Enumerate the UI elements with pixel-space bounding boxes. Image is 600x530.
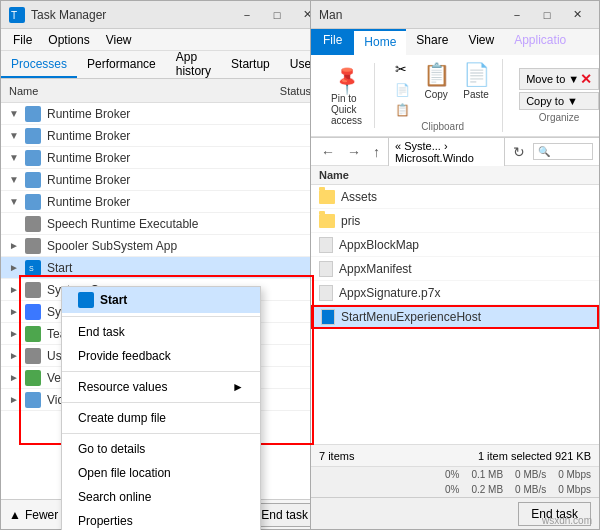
process-name: Runtime Broker xyxy=(47,173,321,187)
svg-rect-2 xyxy=(27,108,39,120)
exp-window-controls: − □ ✕ xyxy=(503,5,591,25)
ctx-separator xyxy=(62,433,260,434)
list-item[interactable]: ▼ Runtime Broker xyxy=(1,147,329,169)
ctx-dump[interactable]: Create dump file xyxy=(62,406,260,430)
file-row[interactable]: pris xyxy=(311,209,599,233)
move-to-button[interactable]: Move to ▼ ✕ xyxy=(519,68,599,90)
minimize-button[interactable]: − xyxy=(233,5,261,25)
context-menu: Start End task Provide feedback Resource… xyxy=(61,286,261,530)
status-column-header: Status xyxy=(280,85,311,97)
ribbon-tab-share[interactable]: Share xyxy=(406,29,458,55)
watermark: wsxdn.com xyxy=(542,515,592,526)
back-button[interactable]: ← xyxy=(317,142,339,162)
file-row[interactable]: AppxBlockMap xyxy=(311,233,599,257)
ctx-endtask[interactable]: End task xyxy=(62,320,260,344)
up-button[interactable]: ↑ xyxy=(369,142,384,162)
stats-area: 0% 0.1 MB 0 MB/s 0 Mbps 0% 0.2 MB 0 MB/s… xyxy=(311,466,599,497)
process-icon xyxy=(25,282,41,298)
process-name: Spooler SubSystem App xyxy=(47,239,321,253)
copy-to-button[interactable]: Copy to ▼ xyxy=(519,92,599,110)
svg-point-6 xyxy=(323,312,333,322)
ribbon-tab-file[interactable]: File xyxy=(311,29,354,55)
tab-apphistory[interactable]: App history xyxy=(166,51,221,78)
process-name: Runtime Broker xyxy=(47,129,321,143)
stat-pct-2: 0% xyxy=(445,484,459,495)
taskmanager-icon: T xyxy=(9,7,25,23)
forward-button[interactable]: → xyxy=(343,142,365,162)
maximize-button[interactable]: □ xyxy=(263,5,291,25)
list-item[interactable]: ▼ Runtime Broker xyxy=(1,103,329,125)
tab-processes[interactable]: Processes xyxy=(1,51,77,78)
ctx-separator xyxy=(62,316,260,317)
selected-file-name: StartMenuExperienceHost xyxy=(341,310,481,324)
list-item[interactable]: ▼ Runtime Broker xyxy=(1,125,329,147)
ctx-feedback[interactable]: Provide feedback xyxy=(62,344,260,368)
process-icon xyxy=(25,216,41,232)
process-icon xyxy=(25,392,41,408)
process-name: Speech Runtime Executable xyxy=(47,217,321,231)
move-to-label: Move to ▼ xyxy=(526,73,579,85)
file-name: pris xyxy=(341,214,360,228)
paste-button[interactable]: 📄 Paste xyxy=(458,59,494,102)
start-process-row[interactable]: ► S Start xyxy=(1,257,329,279)
tab-performance[interactable]: Performance xyxy=(77,51,166,78)
ribbon-tab-app[interactable]: Applicatio xyxy=(504,29,576,55)
file-row[interactable]: AppxSignature.p7x xyxy=(311,281,599,305)
search-box[interactable]: 🔍 xyxy=(533,143,593,160)
close-x-icon[interactable]: ✕ xyxy=(580,71,592,87)
copy-path-button[interactable]: 📄 xyxy=(391,81,414,99)
refresh-button[interactable]: ↻ xyxy=(509,142,529,162)
ribbon: File Home Share View Applicatio 📌 Pin to… xyxy=(311,29,599,138)
pin-symbol-icon: 📌 xyxy=(329,62,364,97)
name-header: Name xyxy=(319,169,349,181)
file-name: Assets xyxy=(341,190,377,204)
pin-button[interactable]: 📌 Pin to Quickaccess xyxy=(327,63,366,128)
menu-options[interactable]: Options xyxy=(40,31,97,49)
expand-icon: ► xyxy=(9,306,21,317)
exp-minimize-button[interactable]: − xyxy=(503,5,531,25)
folder-icon xyxy=(319,190,335,204)
ribbon-content: 📌 Pin to Quickaccess ✂ 📄 xyxy=(311,55,599,137)
selection-info: 1 item selected 921 KB xyxy=(478,450,591,462)
copy-button[interactable]: 📋 Copy xyxy=(418,59,454,102)
process-name: Runtime Broker xyxy=(47,151,321,165)
menu-file[interactable]: File xyxy=(5,31,40,49)
file-row[interactable]: AppxManifest xyxy=(311,257,599,281)
expand-icon: ▼ xyxy=(9,196,21,207)
svg-text:S: S xyxy=(29,265,34,272)
exp-close-button[interactable]: ✕ xyxy=(563,5,591,25)
taskmanager-window: T Task Manager − □ ✕ File Options View P… xyxy=(0,0,330,530)
ctx-resource[interactable]: Resource values ► xyxy=(62,375,260,399)
pin-group: 📌 Pin to Quickaccess xyxy=(319,63,375,128)
list-item[interactable]: ► Spooler SubSystem App xyxy=(1,235,329,257)
pin-icon: 📌 xyxy=(333,65,361,93)
address-path[interactable]: « Syste... › Microsoft.Windo xyxy=(388,137,505,167)
file-icon xyxy=(319,261,333,277)
explorer-statusbar: 7 items 1 item selected 921 KB xyxy=(311,444,599,466)
selected-file-row[interactable]: StartMenuExperienceHost xyxy=(311,305,599,329)
cut-paste-group: ✂ 📄 📋 xyxy=(391,59,414,119)
ctx-properties[interactable]: Properties xyxy=(62,509,260,530)
list-item[interactable]: ▼ Runtime Broker xyxy=(1,191,329,213)
ribbon-tab-home[interactable]: Home xyxy=(354,29,406,55)
list-item[interactable]: ▼ Runtime Broker xyxy=(1,169,329,191)
ctx-filelocation[interactable]: Open file location xyxy=(62,461,260,485)
process-icon xyxy=(25,128,41,144)
name-column-header: Name xyxy=(9,85,38,97)
process-icon xyxy=(25,326,41,342)
ctx-search[interactable]: Search online xyxy=(62,485,260,509)
exp-maximize-button[interactable]: □ xyxy=(533,5,561,25)
list-item[interactable]: Speech Runtime Executable xyxy=(1,213,329,235)
cut-button[interactable]: ✂ xyxy=(391,59,414,79)
file-row[interactable]: Assets xyxy=(311,185,599,209)
paste-shortcut-button[interactable]: 📋 xyxy=(391,101,414,119)
file-name: AppxManifest xyxy=(339,262,412,276)
ctx-details[interactable]: Go to details xyxy=(62,437,260,461)
ribbon-tab-view[interactable]: View xyxy=(458,29,504,55)
paste-shortcut-icon: 📋 xyxy=(395,103,410,117)
menu-view[interactable]: View xyxy=(98,31,140,49)
tab-startup[interactable]: Startup xyxy=(221,51,280,78)
file-list: Assets pris AppxBlockMap AppxManifest Ap… xyxy=(311,185,599,444)
organize-label: Organize xyxy=(539,112,580,123)
move-copy-group: Move to ▼ ✕ Copy to ▼ xyxy=(519,68,599,110)
